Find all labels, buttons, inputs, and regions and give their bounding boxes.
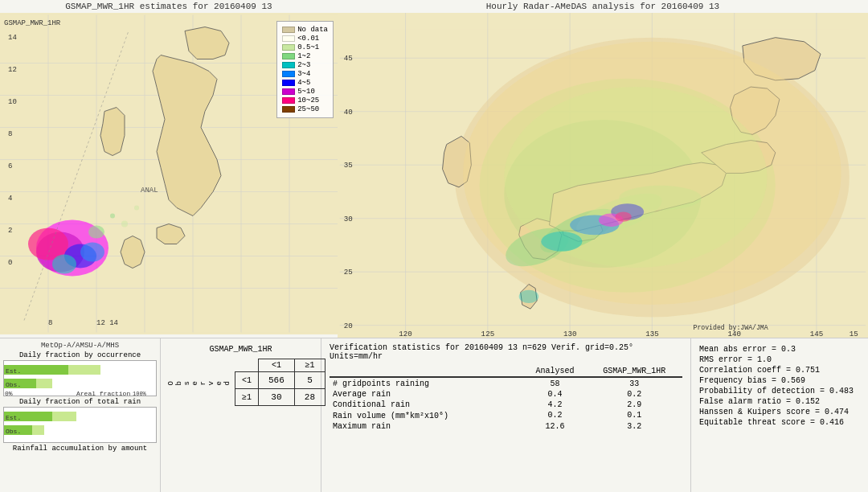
- legend-color-05: [282, 44, 295, 51]
- svg-point-23: [121, 221, 128, 228]
- contingency-table: <1 ≥1 <1 566 5 ≥1 30 28: [235, 359, 326, 406]
- verif-analysed-2: 4.2: [523, 400, 586, 410]
- svg-text:6: 6: [8, 162, 12, 170]
- legend-color-001: [282, 35, 295, 42]
- legend-color-2: [282, 62, 295, 68]
- left-map-container: GSMAP_MWR_1HR estimates for 20160409 13: [0, 0, 338, 338]
- col-lt1: <1: [259, 359, 295, 372]
- occurrence-title: Daily fraction by occurrence: [3, 351, 157, 359]
- svg-text:0: 0: [8, 259, 12, 267]
- verif-gsmap-1: 0.2: [586, 389, 682, 400]
- verif-gsmap-3: 0.1: [586, 410, 682, 421]
- legend-no-data: No data: [282, 26, 328, 34]
- contingency-section: GSMAP_MWR_1HR Observed <1 ≥1 <1 566 5: [161, 338, 321, 492]
- svg-text:12 14: 12 14: [96, 319, 118, 327]
- verif-row-4: Maximum rain 12.6 3.2: [330, 421, 682, 432]
- svg-point-21: [88, 226, 104, 239]
- verif-label-1: Average rain: [330, 389, 523, 400]
- contingency-title: GSMAP_MWR_1HR: [167, 345, 314, 354]
- top-section: GSMAP_MWR_1HR estimates for 20160409 13: [0, 0, 868, 338]
- svg-point-24: [134, 206, 139, 211]
- verif-label-3: Rain volume (mm*km²x10⁶): [330, 410, 523, 421]
- verif-row-2: Conditional rain 4.2 2.9: [330, 400, 682, 410]
- svg-text:40: 40: [344, 108, 353, 117]
- svg-text:Est.: Est.: [6, 367, 21, 375]
- svg-point-20: [52, 255, 76, 274]
- verification-section: Verification statistics for 20160409 13 …: [321, 338, 691, 492]
- svg-text:12: 12: [8, 66, 17, 74]
- legend-001: <0.01: [282, 35, 328, 43]
- svg-text:30: 30: [344, 215, 353, 223]
- verif-label-0: # gridpoints raining: [330, 379, 523, 389]
- verif-gsmap-0: 33: [586, 379, 682, 389]
- svg-text:8: 8: [8, 130, 12, 138]
- svg-point-65: [615, 212, 631, 222]
- cell-28: 28: [294, 389, 325, 406]
- legend-label-3: 3~4: [297, 70, 310, 78]
- verif-table: Analysed GSMAP_MWR_1HR # gridpoints rain…: [330, 366, 682, 432]
- legend-color-5: [282, 88, 295, 95]
- false-alarm-ratio: False alarm ratio = 0.152: [699, 397, 860, 406]
- svg-point-61: [541, 232, 582, 252]
- svg-text:135: 135: [645, 330, 659, 338]
- verif-analysed-1: 0.4: [523, 389, 586, 400]
- right-map-container: Hourly Radar-AMeDAS analysis for 2016040…: [338, 0, 868, 338]
- legend-2: 2~3: [282, 61, 328, 69]
- histogram-svg-2: Est. Obs.: [4, 408, 153, 444]
- legend-color-10: [282, 97, 295, 104]
- svg-text:25: 25: [344, 268, 353, 277]
- verif-gsmap-4: 3.2: [586, 421, 682, 432]
- legend-5: 5~10: [282, 88, 328, 96]
- accumulation-title: Rainfall accumulation by amount: [3, 445, 157, 453]
- svg-text:GSMAP_MWR_1HR: GSMAP_MWR_1HR: [4, 19, 61, 27]
- svg-text:Areal fraction: Areal fraction: [76, 390, 130, 397]
- bottom-section: MetOp-A/AMSU-A/MHS Daily fraction by occ…: [0, 338, 868, 492]
- legend-color-1: [282, 53, 295, 59]
- satellite-label: MetOp-A/AMSU-A/MHS: [3, 342, 157, 350]
- legend-10: 10~25: [282, 96, 328, 105]
- svg-text:45: 45: [344, 54, 353, 63]
- legend-label-2: 2~3: [297, 61, 310, 69]
- verif-label-4: Maximum rain: [330, 421, 523, 432]
- verif-col-analysed: Analysed: [523, 366, 586, 377]
- legend-label-nodata: No data: [297, 26, 328, 34]
- legend-label-5: 5~10: [297, 88, 315, 96]
- right-map-svg: 45 40 35 30 25 20 120 125 130 135 140 14…: [338, 13, 868, 338]
- svg-text:Obs.: Obs.: [6, 381, 21, 388]
- left-map-canvas: 14 12 10 8 6 4 2 0 8 12 14 ANAL GSMAP_MW…: [0, 13, 338, 334]
- legend-05: 0.5~1: [282, 43, 328, 51]
- total-rain-histogram: Est. Obs.: [3, 407, 157, 443]
- row-ge1: ≥1: [235, 389, 259, 406]
- svg-text:Provided by:JWA/JMA: Provided by:JWA/JMA: [694, 324, 768, 331]
- svg-point-66: [519, 290, 539, 303]
- observed-label: Observed: [167, 379, 231, 385]
- legend-color-25: [282, 106, 295, 113]
- verif-analysed-0: 58: [523, 379, 586, 389]
- svg-text:4: 4: [8, 195, 12, 203]
- cell-30: 30: [259, 389, 295, 406]
- verif-analysed-4: 12.6: [523, 421, 586, 432]
- svg-text:125: 125: [481, 330, 495, 338]
- rms-error: RMS error = 1.0: [699, 355, 860, 364]
- svg-text:ANAL: ANAL: [141, 187, 158, 195]
- svg-text:Est.: Est.: [6, 414, 21, 421]
- legend-label-4: 4~5: [297, 79, 310, 87]
- legend-label-25: 25~50: [297, 105, 319, 113]
- legend-1: 1~2: [282, 52, 328, 60]
- legend-label-001: <0.01: [297, 35, 319, 43]
- svg-text:2: 2: [8, 227, 12, 235]
- legend-color-4: [282, 80, 295, 86]
- verif-title: Verification statistics for 20160409 13 …: [330, 343, 682, 361]
- legend-color-nodata: [282, 27, 295, 33]
- svg-text:20: 20: [344, 322, 353, 330]
- stats-left: MetOp-A/AMSU-A/MHS Daily fraction by occ…: [0, 338, 161, 492]
- left-map-title: GSMAP_MWR_1HR estimates for 20160409 13: [0, 0, 338, 13]
- svg-point-19: [80, 243, 104, 262]
- svg-point-22: [110, 214, 115, 219]
- contingency-wrapper: Observed <1 ≥1 <1 566 5 ≥1 30: [167, 359, 314, 406]
- svg-text:35: 35: [344, 161, 353, 170]
- row-lt1: <1: [235, 372, 259, 389]
- right-map-title: Hourly Radar-AMeDAS analysis for 2016040…: [338, 0, 868, 13]
- right-map-canvas: 45 40 35 30 25 20 120 125 130 135 140 14…: [338, 13, 868, 338]
- verif-gsmap-2: 2.9: [586, 400, 682, 410]
